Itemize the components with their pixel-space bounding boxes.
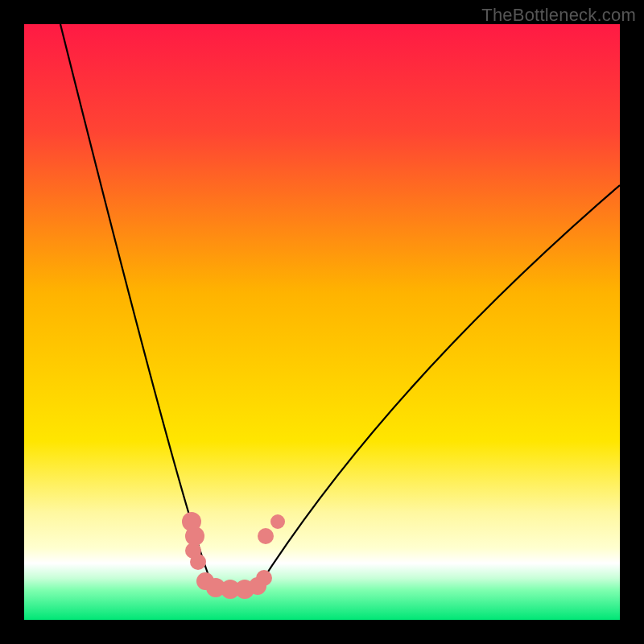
watermark-text: TheBottleneck.com [481,5,636,26]
bottleneck-chart [24,24,620,620]
left-cluster-point [190,554,206,570]
right-cluster-point [270,514,285,529]
bottom-cluster-point [256,570,272,586]
chart-frame [24,24,620,620]
right-cluster-point [258,528,274,544]
gradient-background [24,24,620,620]
